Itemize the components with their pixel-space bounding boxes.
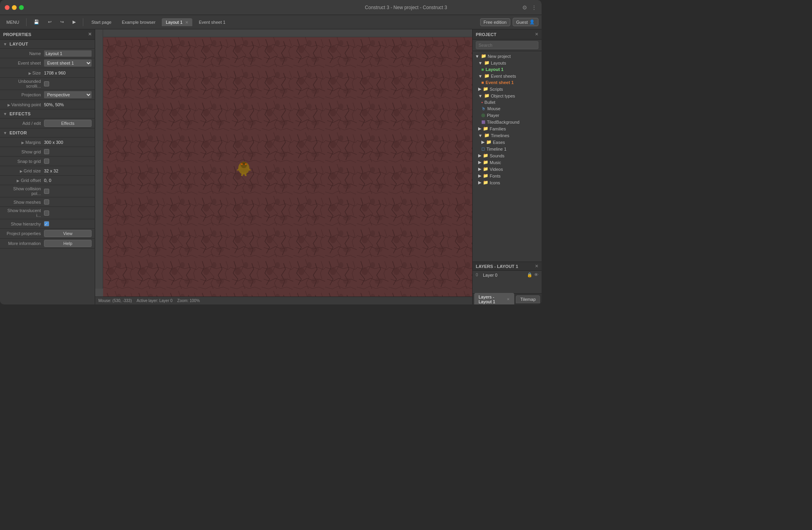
tree-item-mouse[interactable]: 🖱 Mouse xyxy=(473,105,542,112)
show-hierarchy-checkbox[interactable]: ✓ xyxy=(44,221,49,226)
effects-section-title: EFFECTS xyxy=(10,111,31,116)
maximize-button[interactable] xyxy=(19,5,24,10)
canvas-area[interactable]: Mouse: (530, -333) Active layer: Layer 0… xyxy=(95,29,472,304)
show-grid-label: Show grid xyxy=(6,149,44,154)
help-button[interactable]: Help xyxy=(44,240,92,247)
name-input[interactable] xyxy=(44,50,92,57)
prop-name: Name xyxy=(0,49,95,58)
add-edit-label: Add / edit xyxy=(6,121,44,126)
timelines-folder-icon: 📁 xyxy=(484,133,490,138)
tree-item-scripts[interactable]: ▶ 📁 Scripts xyxy=(473,86,542,92)
tree-item-music[interactable]: ▶ 📁 Music xyxy=(473,159,542,166)
show-meshes-checkbox[interactable] xyxy=(44,199,49,205)
tree-item-bullet[interactable]: • Bullet xyxy=(473,99,542,105)
projection-select[interactable]: Perspective xyxy=(44,91,92,98)
tree-item-timeline1[interactable]: ◻ Timeline 1 xyxy=(473,145,542,152)
tree-item-videos[interactable]: ▶ 📁 Videos xyxy=(473,166,542,172)
snap-to-grid-label: Snap to grid xyxy=(6,159,44,164)
settings-icon[interactable]: ⚙ xyxy=(522,4,527,11)
close-button[interactable] xyxy=(5,5,10,10)
prop-show-translucent: Show translucent i... xyxy=(0,207,95,219)
tab-example-browser[interactable]: Example browser xyxy=(118,18,159,26)
tree-item-timelines[interactable]: ▼ 📁 Timelines xyxy=(473,132,542,139)
layer-icons: 🔒 👁 xyxy=(527,272,538,277)
icons-folder-icon: 📁 xyxy=(483,180,488,185)
margins-value: 300 x 300 xyxy=(44,140,92,145)
save-button[interactable]: 💾 xyxy=(31,18,42,26)
more-icon[interactable]: ⋮ xyxy=(531,4,537,11)
layer-row-0[interactable]: 0 Layer 0 🔒 👁 xyxy=(473,271,542,279)
tree-item-sounds[interactable]: ▶ 📁 Sounds xyxy=(473,152,542,159)
bullet-icon: • xyxy=(481,100,483,105)
layers-tab[interactable]: Layers - Layout 1 ✕ xyxy=(474,293,514,305)
free-edition-button[interactable]: Free edition xyxy=(480,18,510,26)
prop-vanishing-point: ▶Vanishing point 50%, 50% xyxy=(0,100,95,109)
traffic-lights xyxy=(5,5,24,10)
arrow-down-icon-objects: ▼ xyxy=(478,94,483,98)
snap-to-grid-checkbox[interactable] xyxy=(44,159,49,164)
active-layer: Active layer: Layer 0 xyxy=(137,298,173,303)
tree-item-new-project[interactable]: ▼ 📁 New project xyxy=(473,53,542,59)
layers-tab-close-icon[interactable]: ✕ xyxy=(507,297,510,301)
tree-item-icons[interactable]: ▶ 📁 Icons xyxy=(473,179,542,186)
arrow-right-icon-sounds: ▶ xyxy=(478,153,481,158)
prop-size: ▶Size 1708 x 960 xyxy=(0,68,95,78)
project-close-icon[interactable]: ✕ xyxy=(535,32,538,37)
layer-lock-icon[interactable]: 🔒 xyxy=(527,272,532,277)
tab-event-sheet-1[interactable]: Event sheet 1 xyxy=(195,18,229,26)
search-input[interactable] xyxy=(476,41,538,49)
arrow-right-icon-music: ▶ xyxy=(478,160,481,165)
tree-item-player[interactable]: ◎ Player xyxy=(473,112,542,119)
effects-section-header[interactable]: ▼ EFFECTS xyxy=(0,109,95,119)
svg-point-8 xyxy=(241,163,243,165)
prop-margins: ▶Margins 300 x 300 xyxy=(0,138,95,147)
toolbar: MENU 💾 ↩ ↪ ▶ Start page Example browser … xyxy=(0,15,542,29)
project-header: PROJECT ✕ xyxy=(473,29,542,40)
properties-close-icon[interactable]: ✕ xyxy=(88,32,92,37)
tree-item-layout1[interactable]: ■ Layout 1 xyxy=(473,66,542,73)
redo-button[interactable]: ↪ xyxy=(57,18,67,26)
unbounded-scroll-checkbox[interactable] xyxy=(44,81,49,86)
properties-panel: PROPERTIES ✕ ▼ LAYOUT Name Event sheet E… xyxy=(0,29,95,304)
toolbar-right: Free edition Guest 👤 xyxy=(480,18,538,26)
layers-close-icon[interactable]: ✕ xyxy=(535,264,538,269)
tree-item-object-types[interactable]: ▼ 📁 Object types xyxy=(473,92,542,99)
play-button[interactable]: ▶ xyxy=(69,18,79,26)
undo-button[interactable]: ↩ xyxy=(45,18,55,26)
menu-button[interactable]: MENU xyxy=(3,19,22,26)
tab-layout-1-close[interactable]: ✕ xyxy=(185,20,188,25)
show-translucent-checkbox[interactable] xyxy=(44,210,49,216)
view-button[interactable]: View xyxy=(44,230,92,237)
tree-item-eases[interactable]: ▶ 📁 Eases xyxy=(473,139,542,145)
event-sheet-select[interactable]: Event sheet 1 xyxy=(44,59,92,67)
canvas-content[interactable] xyxy=(103,37,472,297)
tree-item-fonts[interactable]: ▶ 📁 Fonts xyxy=(473,172,542,179)
layer-visibility-icon[interactable]: 👁 xyxy=(534,272,538,277)
canvas-viewport xyxy=(95,29,472,297)
vanishing-point-label-wrap: ▶Vanishing point xyxy=(6,102,44,107)
prop-projection: Projection Perspective xyxy=(0,90,95,100)
tree-item-event-sheets[interactable]: ▼ 📁 Event sheets xyxy=(473,73,542,79)
tree-item-layouts[interactable]: ▼ 📁 Layouts xyxy=(473,59,542,66)
effects-button[interactable]: Effects xyxy=(44,120,92,127)
main-area: PROPERTIES ✕ ▼ LAYOUT Name Event sheet E… xyxy=(0,29,542,304)
layout-section-title: LAYOUT xyxy=(10,42,28,46)
layout-section-header[interactable]: ▼ LAYOUT xyxy=(0,40,95,49)
editor-section-header[interactable]: ▼ EDITOR xyxy=(0,128,95,138)
tree-item-event-sheet1[interactable]: ■ Event sheet 1 xyxy=(473,79,542,86)
tab-layout-1[interactable]: Layout 1 ✕ xyxy=(162,18,192,26)
scripts-folder-icon: 📁 xyxy=(483,86,488,92)
tab-start-page[interactable]: Start page xyxy=(87,18,115,26)
tilemap-tab[interactable]: Tilemap xyxy=(516,295,540,303)
show-collision-checkbox[interactable] xyxy=(44,189,49,194)
vanishing-point-label: Vanishing point xyxy=(11,102,41,107)
editor-section-title: EDITOR xyxy=(10,130,27,135)
tree-item-families[interactable]: ▶ 📁 Families xyxy=(473,125,542,132)
svg-rect-4 xyxy=(103,37,472,297)
show-grid-checkbox[interactable] xyxy=(44,149,49,154)
minimize-button[interactable] xyxy=(12,5,17,10)
tree-item-tiledbg[interactable]: ▦ TiledBackground xyxy=(473,119,542,125)
size-value: 1708 x 960 xyxy=(44,71,92,75)
guest-button[interactable]: Guest 👤 xyxy=(513,18,538,26)
show-hierarchy-label: Show hierarchy xyxy=(6,222,44,226)
